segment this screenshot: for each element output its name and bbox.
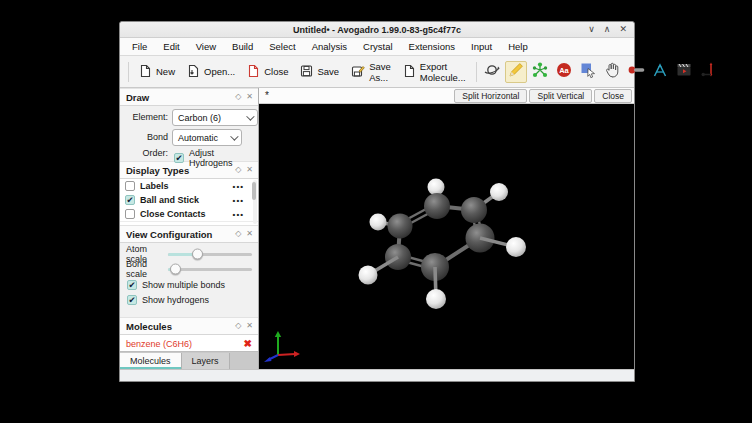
menu-edit[interactable]: Edit — [155, 38, 187, 55]
close-file-button[interactable]: Close — [241, 62, 294, 82]
menu-file[interactable]: File — [124, 38, 155, 55]
close-panel-icon[interactable]: ✕ — [246, 318, 253, 334]
menu-crystal[interactable]: Crystal — [355, 38, 401, 55]
ball-and-stick-checkbox[interactable]: ✔ — [125, 195, 135, 205]
menu-analysis[interactable]: Analysis — [304, 38, 355, 55]
benzene-render — [259, 104, 636, 375]
animation-tool-button[interactable] — [673, 61, 695, 83]
show-multiple-bonds-row[interactable]: ✔ Show multiple bonds — [127, 280, 225, 290]
maximize-icon[interactable]: ∧ — [604, 22, 611, 37]
new-button[interactable]: New — [133, 62, 181, 82]
bond-scale-label: Bond scale — [126, 259, 168, 279]
menu-select[interactable]: Select — [261, 38, 303, 55]
show-hydrogens-row[interactable]: ✔ Show hydrogens — [127, 295, 209, 305]
float-panel-icon[interactable]: ◇ — [235, 318, 241, 334]
close-icon[interactable]: ✕ — [619, 22, 627, 37]
atom-carbon[interactable] — [388, 214, 413, 239]
navigate-tool-button[interactable] — [481, 61, 503, 83]
close-view-button[interactable]: Close — [594, 89, 632, 103]
selection-tool-button[interactable] — [577, 61, 599, 83]
labels-checkbox[interactable] — [125, 181, 135, 191]
labels-label: Labels — [140, 181, 228, 191]
bond-centric-tool-button[interactable] — [529, 61, 551, 83]
delete-molecule-icon[interactable]: ✖ — [244, 337, 252, 351]
atom-hydrogen[interactable] — [428, 179, 445, 196]
display-type-row-close-contacts[interactable]: Close Contacts ••• — [120, 207, 258, 221]
open-button[interactable]: Open... — [181, 62, 241, 82]
bond-scale-slider[interactable] — [168, 268, 252, 271]
draw-panel-header: Draw ◇ ✕ — [120, 88, 258, 106]
element-dropdown[interactable]: Carbon (6) — [172, 109, 258, 126]
show-hydrogens-label: Show hydrogens — [142, 295, 209, 305]
new-button-label: New — [156, 66, 175, 77]
viewport-tab-label[interactable]: * — [265, 89, 269, 103]
bond-order-value: Automatic — [178, 133, 218, 143]
measure-tool-button[interactable] — [625, 61, 647, 83]
close-contacts-label: Close Contacts — [140, 209, 228, 219]
float-panel-icon[interactable]: ◇ — [235, 89, 241, 105]
tab-molecules[interactable]: Molecules — [120, 353, 182, 369]
align-tool-button[interactable] — [649, 61, 671, 83]
minimize-icon[interactable]: ∨ — [588, 22, 595, 37]
save-as-button[interactable]: Save As... — [345, 59, 397, 85]
atom-carbon[interactable] — [461, 197, 487, 223]
split-horizontal-button[interactable]: Split Horizontal — [454, 89, 527, 103]
menu-help[interactable]: Help — [500, 38, 536, 55]
labels-options-icon[interactable]: ••• — [233, 182, 244, 191]
bond-order-dropdown[interactable]: Automatic — [172, 129, 242, 146]
adjust-hydrogens-row[interactable]: ✔ Adjust Hydrogens — [174, 148, 258, 168]
atom-scale-handle[interactable] — [192, 249, 203, 260]
3d-viewport[interactable] — [259, 104, 634, 369]
title-bar: Untitled• - Avogadro 1.99.0-83-g5c4f77c … — [120, 22, 634, 38]
check-icon: ✔ — [126, 195, 133, 205]
label-tool-button[interactable]: Aa — [553, 61, 575, 83]
toolbar-separator — [128, 62, 129, 82]
axes-widget — [264, 331, 300, 362]
film-clapper-icon — [675, 61, 693, 83]
close-contacts-options-icon[interactable]: ••• — [233, 210, 244, 219]
show-multiple-bonds-checkbox[interactable]: ✔ — [127, 280, 137, 290]
manipulate-tool-button[interactable] — [601, 61, 623, 83]
measure-icon — [627, 61, 645, 83]
show-hydrogens-checkbox[interactable]: ✔ — [127, 295, 137, 305]
menu-build[interactable]: Build — [224, 38, 261, 55]
menu-bar: File Edit View Build Select Analysis Cry… — [120, 38, 634, 56]
draw-tool-button[interactable] — [505, 61, 527, 83]
screen: Untitled• - Avogadro 1.99.0-83-g5c4f77c … — [0, 0, 752, 423]
menu-input[interactable]: Input — [463, 38, 500, 55]
adjust-hydrogens-checkbox[interactable]: ✔ — [174, 153, 184, 163]
atom-hydrogen[interactable] — [359, 266, 378, 285]
close-panel-icon[interactable]: ✕ — [246, 226, 253, 242]
scrollbar-thumb[interactable] — [252, 182, 256, 200]
float-panel-icon[interactable]: ◇ — [235, 226, 241, 242]
atom-hydrogen[interactable] — [370, 214, 387, 231]
display-type-row-labels[interactable]: Labels ••• — [120, 179, 258, 193]
atom-hydrogen[interactable] — [506, 237, 526, 257]
element-value: Carbon (6) — [178, 113, 221, 123]
menu-view[interactable]: View — [188, 38, 224, 55]
check-icon: ✔ — [175, 153, 182, 163]
atom-carbon[interactable] — [424, 193, 450, 219]
viewport-tab-strip: * Split Horizontal Split Vertical Close — [259, 88, 634, 104]
menu-extensions[interactable]: Extensions — [401, 38, 463, 55]
display-types-scrollbar[interactable] — [253, 180, 257, 224]
bond-scale-handle[interactable] — [170, 264, 181, 275]
atom-scale-slider[interactable] — [168, 253, 252, 256]
label-tool-glyph: Aa — [559, 65, 569, 74]
display-type-row-ball-and-stick[interactable]: ✔ Ball and Stick ••• — [120, 193, 258, 207]
close-panel-icon[interactable]: ✕ — [246, 89, 253, 105]
export-molecule-button[interactable]: Export Molecule... — [397, 59, 472, 85]
display-types-list: Labels ••• ✔ Ball and Stick ••• Close Co… — [120, 179, 258, 225]
close-contacts-checkbox[interactable] — [125, 209, 135, 219]
ball-and-stick-options-icon[interactable]: ••• — [233, 196, 244, 205]
molecule-list-item[interactable]: benzene (C6H6) ✖ — [120, 335, 258, 351]
save-button[interactable]: Save — [294, 62, 345, 82]
close-document-icon — [247, 64, 260, 80]
view-configuration-panel-header: View Configuration ◇ ✕ — [120, 225, 258, 243]
tab-layers[interactable]: Layers — [182, 353, 230, 369]
split-vertical-button[interactable]: Split Vertical — [529, 89, 592, 103]
z-matrix-tool-button[interactable] — [697, 61, 719, 83]
atom-hydrogen[interactable] — [490, 183, 508, 201]
display-type-row-clipped — [120, 221, 258, 225]
atom-hydrogen[interactable] — [426, 289, 446, 309]
